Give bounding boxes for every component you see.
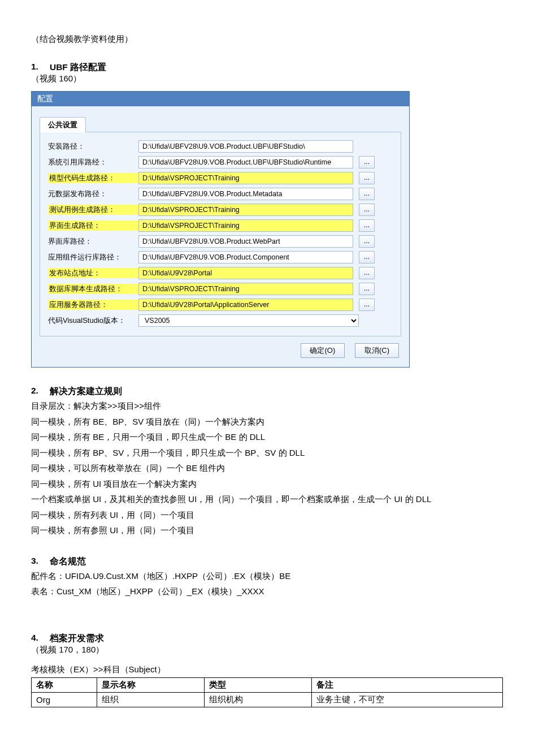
config-row: 界面库路径：D:\Ufida\UBFV28\U9.VOB.Product.Web… [48, 235, 393, 248]
table-header: 名称 [32, 678, 97, 693]
config-label: 测试用例生成路径： [48, 205, 138, 215]
sec4-line: 考核模块（EX）>>科目（Subject） [31, 662, 503, 677]
config-row: 界面生成路径：D:\Ufida\VSPROJECT\Training... [48, 219, 393, 232]
config-input[interactable]: D:\Ufida\VSPROJECT\Training [138, 172, 353, 184]
sec4-sub: （视频 170，180） [31, 645, 503, 655]
sec3-title: 命名规范 [50, 556, 86, 568]
body-line: 同一模块，所有列表 UI，用（同）一个项目 [31, 508, 503, 522]
sec3-num: 3. [31, 556, 38, 568]
body-line: 同一模块，所有 UI 项目放在一个解决方案内 [31, 477, 503, 491]
body-line: 同一模块，所有 BP、SV，只用一个项目，即只生成一个 BP、SV 的 DLL [31, 446, 503, 460]
vs-version-select[interactable]: VS2005 [138, 314, 359, 327]
config-input[interactable]: D:\Ufida\UBFV28\U9.VOB.Product.UBF\UBFSt… [138, 156, 353, 169]
table-cell: 组织 [97, 693, 204, 707]
browse-button[interactable]: ... [359, 156, 375, 169]
config-input[interactable]: D:\Ufida\UBFV28\U9.VOB.Product.Component [138, 251, 353, 263]
body-line: 配件名：UFIDA.U9.Cust.XM（地区）.HXPP（公司）.EX（模块）… [31, 569, 503, 584]
config-label: 界面库路径： [48, 236, 138, 247]
sec1-title: UBF 路径配置 [50, 62, 106, 74]
requirements-table: 名称显示名称类型备注 Org组织组织机构业务主键，不可空 [31, 677, 503, 707]
config-row: 测试用例生成路径：D:\Ufida\VSPROJECT\Training... [48, 204, 393, 216]
config-dialog: 配置 公共设置 安装路径：D:\Ufida\UBFV28\U9.VOB.Prod… [31, 91, 410, 368]
browse-button[interactable]: ... [359, 219, 375, 232]
body-line: 同一模块，所有 BE，只用一个项目，即只生成一个 BE 的 DLL [31, 430, 503, 444]
sec1-sub: （视频 160） [31, 74, 503, 84]
config-input[interactable]: D:\Ufida\U9V28\Portal [138, 267, 353, 279]
browse-button[interactable]: ... [359, 267, 375, 279]
config-row: 元数据发布路径：D:\Ufida\UBFV28\U9.VOB.Product.M… [48, 188, 393, 200]
settings-group: 安装路径：D:\Ufida\UBFV28\U9.VOB.Product.UBF\… [40, 132, 401, 336]
config-label: 发布站点地址： [48, 268, 138, 278]
browse-button[interactable]: ... [359, 299, 375, 311]
browse-button[interactable]: ... [359, 204, 375, 216]
tab-public-settings[interactable]: 公共设置 [40, 117, 86, 132]
config-row: 模型代码生成路径：D:\Ufida\VSPROJECT\Training... [48, 172, 393, 184]
browse-button[interactable]: ... [359, 188, 375, 200]
table-cell: 组织机构 [204, 693, 311, 707]
vs-version-row: 代码VisualStudio版本： VS2005 [48, 314, 393, 327]
config-input[interactable]: D:\Ufida\VSPROJECT\Training [138, 283, 353, 295]
config-input[interactable]: D:\Ufida\U9V28\Portal\ApplicationServer [138, 299, 353, 311]
config-input[interactable]: D:\Ufida\UBFV28\U9.VOB.Product.UBF\UBFSt… [138, 140, 353, 153]
sec1-num: 1. [31, 62, 38, 74]
sec2-title: 解决方案建立规则 [50, 386, 122, 398]
config-label: 模型代码生成路径： [48, 173, 138, 183]
table-row: Org组织组织机构业务主键，不可空 [32, 693, 503, 707]
body-line: 一个档案或单据 UI，及其相关的查找参照 UI，用（同）一个项目，即一个档案或单… [31, 492, 503, 507]
config-row: 应用服务器路径：D:\Ufida\U9V28\Portal\Applicatio… [48, 299, 393, 311]
config-label: 数据库脚本生成路径： [48, 284, 138, 294]
ok-button[interactable]: 确定(O) [301, 343, 345, 358]
config-row: 系统引用库路经：D:\Ufida\UBFV28\U9.VOB.Product.U… [48, 156, 393, 169]
cancel-button[interactable]: 取消(C) [355, 343, 399, 358]
config-input[interactable]: D:\Ufida\VSPROJECT\Training [138, 204, 353, 216]
intro-text: （结合视频教学资料使用） [31, 34, 503, 45]
config-input[interactable]: D:\Ufida\VSPROJECT\Training [138, 219, 353, 232]
body-line: 同一模块，可以所有枚举放在（同）一个 BE 组件内 [31, 461, 503, 476]
config-row: 发布站点地址：D:\Ufida\U9V28\Portal... [48, 267, 393, 279]
config-row: 安装路径：D:\Ufida\UBFV28\U9.VOB.Product.UBF\… [48, 140, 393, 153]
browse-button[interactable]: ... [359, 251, 375, 263]
sec4-title: 档案开发需求 [50, 633, 104, 645]
body-line: 同一模块，所有 BE、BP、SV 项目放在（同）一个解决方案内 [31, 414, 503, 429]
config-label: 安装路径： [48, 141, 138, 152]
browse-button[interactable]: ... [359, 172, 375, 184]
config-input[interactable]: D:\Ufida\UBFV28\U9.VOB.Product.WebPart [138, 235, 353, 248]
config-label: 元数据发布路径： [48, 189, 138, 199]
config-label: 应用组件运行库路径： [48, 252, 138, 262]
table-cell: 业务主键，不可空 [311, 693, 502, 707]
config-row: 数据库脚本生成路径：D:\Ufida\VSPROJECT\Training... [48, 283, 393, 295]
sec2-num: 2. [31, 386, 38, 398]
config-row: 应用组件运行库路径：D:\Ufida\UBFV28\U9.VOB.Product… [48, 251, 393, 263]
config-label: 界面生成路径： [48, 221, 138, 231]
config-input[interactable]: D:\Ufida\UBFV28\U9.VOB.Product.Metadata [138, 188, 353, 200]
dialog-title: 配置 [32, 92, 409, 106]
body-line: 目录层次：解决方案>>项目>>组件 [31, 399, 503, 413]
table-cell: Org [32, 693, 97, 707]
config-label: 应用服务器路径： [48, 300, 138, 310]
table-header: 类型 [204, 678, 311, 693]
browse-button[interactable]: ... [359, 283, 375, 295]
sec4-num: 4. [31, 633, 38, 645]
body-line: 表名：Cust_XM（地区）_HXPP（公司）_EX（模块）_XXXX [31, 584, 503, 599]
table-header: 显示名称 [97, 678, 204, 693]
body-line: 同一模块，所有参照 UI，用（同）一个项目 [31, 523, 503, 538]
config-label: 系统引用库路经： [48, 157, 138, 167]
table-header: 备注 [311, 678, 502, 693]
vs-version-label: 代码VisualStudio版本： [48, 316, 138, 326]
browse-button[interactable]: ... [359, 235, 375, 248]
